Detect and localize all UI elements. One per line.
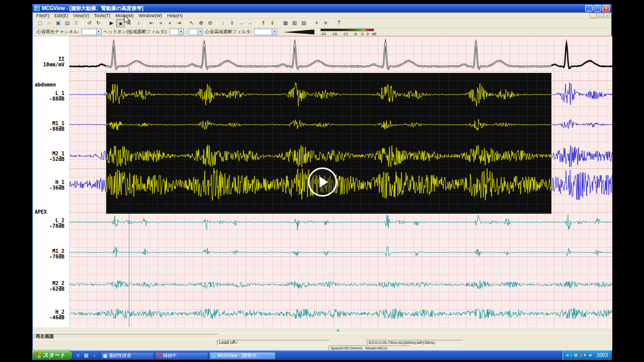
toolbar-separator (216, 20, 217, 27)
taskbar-task-3[interactable]: MCGView - [腹部大... (209, 352, 276, 359)
skip-start-icon[interactable]: ⇤ (147, 19, 156, 27)
channel-label-m1-2: M1_2-78dB (49, 248, 64, 259)
play-icon[interactable]: ▶ (107, 19, 116, 27)
windows-logo-icon (35, 352, 41, 358)
marker-icon[interactable]: + (312, 19, 321, 27)
play-triangle-icon (319, 176, 328, 188)
mdi-minimize-button[interactable]: _ (590, 13, 596, 18)
skip-end-icon[interactable]: ⇥ (175, 19, 183, 27)
redo-icon[interactable]: ↻ (94, 19, 103, 27)
tray-display-icon[interactable]: ▣ (574, 351, 578, 359)
quicklaunch-media-icon[interactable]: ♪ (91, 351, 98, 359)
amp-down-icon[interactable]: ⇕ (228, 19, 236, 27)
chevron-down-icon: ▼ (96, 29, 101, 35)
volume-wedge-icon (283, 30, 314, 35)
quicklaunch-browser-icon[interactable]: e (74, 351, 82, 359)
mouse-cursor (124, 15, 131, 25)
save-icon[interactable]: ▣ (54, 19, 62, 27)
signal-plot[interactable] (69, 36, 612, 327)
tray-hide-icon[interactable]: ◂ (566, 351, 569, 359)
open-icon[interactable]: ▱ (45, 19, 53, 27)
time-expand-icon[interactable]: ↔ (237, 19, 246, 27)
measure-icon[interactable]: ≡ (321, 19, 330, 27)
position-marker[interactable]: ▲ (336, 327, 340, 333)
tray-volume-icon[interactable]: ◄ (588, 351, 592, 359)
minimize-button[interactable]: _ (585, 5, 593, 12)
select-icon[interactable]: ↖ (188, 19, 196, 27)
channel-group-abdomen: abdomen (35, 82, 56, 87)
menu-tools[interactable]: Tools(T) (92, 13, 113, 18)
status-bar: 再生画面 Lead off= ECG:0.05-75Hz;AC(60Hz);MF… (33, 333, 612, 350)
forward-icon[interactable]: » (166, 19, 174, 27)
toolbar-separator (257, 20, 257, 27)
cutoff-filter-select[interactable]: ▼ (254, 29, 277, 35)
new-icon[interactable]: ▢ (36, 19, 44, 27)
menu-view[interactable]: View(V) (71, 13, 92, 18)
time-compress-icon[interactable]: ⇔ (246, 19, 255, 27)
headphone-filter-label: ヘッドホン(低域遮断フィルタ): (104, 29, 168, 35)
toolbar-separator (105, 20, 105, 27)
menu-file[interactable]: File(F) (34, 13, 52, 18)
channel-label-l2: L_2-78dB (49, 218, 64, 229)
toolbar-separator (185, 20, 186, 27)
mdi-restore-button[interactable]: □ (597, 13, 603, 18)
channel-label-h1: H_1-36dB (49, 179, 64, 191)
system-tray: ◂♪▣▮●◄ 1003 (562, 350, 612, 360)
headphone-filter-select-2[interactable]: ▼ (189, 29, 203, 35)
maximize-button[interactable]: □ (594, 5, 601, 12)
menu-edit[interactable]: Edit(E) (52, 13, 71, 18)
mdi-close-button[interactable]: × (604, 13, 610, 18)
toolbar-separator (83, 20, 83, 27)
level-meter-scale: -24 -18 -12 -6 -3 0 dB (320, 32, 381, 36)
export-icon[interactable]: ⇧ (72, 19, 80, 27)
horizontal-scrollbar[interactable]: ▲ (33, 327, 612, 333)
taskbar-task-2[interactable]: 録画中 (155, 352, 208, 359)
status-lead: Lead off= (217, 340, 330, 345)
taskbar-task-1[interactable]: 連続性雑音 (101, 352, 154, 359)
grid-view-icon[interactable]: ▦ (281, 19, 290, 27)
zoom-in-icon[interactable]: ⊕ (197, 19, 205, 27)
undo-icon[interactable]: ↺ (85, 19, 94, 27)
quicklaunch-desktop-icon[interactable]: ▦ (83, 351, 90, 359)
channel-label-h2: H_2-46dB (49, 309, 64, 320)
status-ecg-filter: ECG:0.05-75Hz;AC(60Hz);MF(35Hz) (367, 340, 463, 345)
sound-channel-select[interactable]: ▼ (82, 29, 102, 35)
zoom-out-icon[interactable]: ⊖ (206, 19, 214, 27)
level-meter-bar (320, 29, 374, 31)
headphone-filter-select-1[interactable]: ▼ (170, 29, 184, 35)
task-icon (103, 354, 107, 358)
channel-label-m1-1: M1_1-88dB (49, 121, 64, 132)
toolbar-separator (145, 20, 145, 27)
video-play-button[interactable] (308, 167, 337, 197)
toolbar-separator (279, 20, 279, 27)
sound-channel-label: 心音再生チャンネル: (37, 29, 79, 35)
level-meter: -24 -18 -12 -6 -3 0 dB (320, 28, 381, 36)
task-icon (212, 354, 216, 358)
rewind-icon[interactable]: « (156, 19, 165, 27)
window-title: MCGView - [腹部大動脈、腎動脈の高度狭窄] (42, 5, 585, 12)
start-button[interactable]: スタート (32, 350, 72, 360)
channel-up-icon[interactable]: ⇑ (259, 19, 268, 27)
tray-status-icon[interactable]: ● (583, 351, 586, 359)
window-view-icon[interactable]: ▨ (299, 19, 308, 27)
channel-group-apex: APEX (35, 209, 47, 215)
print-icon[interactable]: ▤ (63, 19, 71, 27)
headphone-filter-separator: : (186, 30, 187, 35)
tray-network-icon[interactable]: ▮ (579, 351, 582, 359)
menu-window[interactable]: Window(W) (136, 13, 165, 18)
channel-down-icon[interactable]: ⇓ (268, 19, 277, 27)
title-bar[interactable]: MCGView - [腹部大動脈、腎動脈の高度狭窄] _ □ × (33, 4, 611, 13)
tray-audio-icon[interactable]: ♪ (570, 351, 572, 359)
taskbar-clock[interactable]: 1003 (597, 352, 608, 358)
sound-icon[interactable]: ♪ (134, 19, 143, 27)
layout-view-icon[interactable]: ▧ (290, 19, 299, 27)
recording-icon (157, 354, 162, 358)
taskbar: スタート e▦♪ 連続性雑音 録画中 MCGView - [腹部大... ◂♪▣… (32, 350, 612, 360)
help-icon[interactable]: ? (335, 19, 343, 27)
app-icon (34, 6, 40, 11)
amp-up-icon[interactable]: ↕ (219, 19, 227, 27)
toolbar-separator (332, 20, 333, 27)
menu-help[interactable]: Help(H) (165, 13, 185, 18)
close-button[interactable]: × (602, 5, 610, 12)
video-frame: MCGView - [腹部大動脈、腎動脈の高度狭窄] _ □ × File(F)… (0, 0, 644, 362)
